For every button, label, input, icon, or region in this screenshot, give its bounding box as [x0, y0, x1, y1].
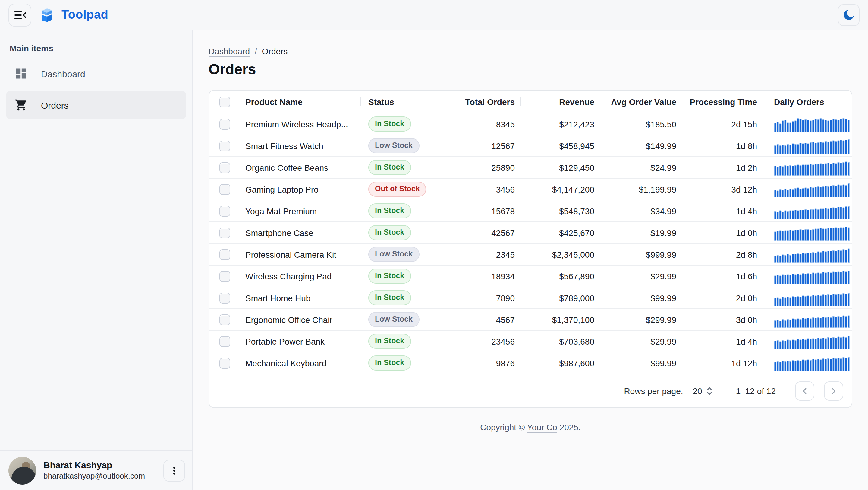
user-avatar[interactable]	[8, 457, 36, 484]
column-header-avg-order-value[interactable]: Avg Order Value	[600, 90, 682, 113]
product-name-cell: Ergonomic Office Chair	[241, 315, 361, 324]
processing-time-cell: 2d 15h	[682, 119, 763, 129]
daily-orders-sparkline	[774, 268, 850, 284]
daily-orders-cell	[763, 200, 852, 222]
copyright-suffix: 2025.	[557, 423, 581, 432]
row-checkbox[interactable]	[219, 314, 230, 325]
row-checkbox[interactable]	[219, 292, 230, 303]
daily-orders-sparkline	[774, 181, 850, 197]
column-header-product-name[interactable]: Product Name	[241, 90, 361, 113]
row-checkbox[interactable]	[219, 249, 230, 260]
company-link[interactable]: Your Co	[527, 423, 557, 432]
processing-time-cell: 1d 4h	[682, 206, 763, 216]
column-header-total-orders[interactable]: Total Orders	[445, 90, 521, 113]
product-name-cell: Professional Camera Kit	[241, 250, 361, 259]
dashboard-icon	[14, 67, 28, 80]
row-checkbox[interactable]	[219, 205, 230, 217]
sidebar-section-label: Main items	[10, 44, 183, 53]
revenue-cell: $789,000	[521, 293, 600, 302]
breadcrumb-current: Orders	[262, 47, 288, 56]
table-body: Premium Wireless Headp... In Stock 8345 …	[209, 113, 852, 374]
table-row[interactable]: Professional Camera Kit Low Stock 2345 $…	[209, 243, 852, 265]
user-menu-button[interactable]	[163, 460, 185, 481]
table-row[interactable]: Smartphone Case In Stock 42567 $425,670 …	[209, 222, 852, 243]
row-checkbox[interactable]	[219, 227, 230, 238]
avg-order-value-cell: $149.99	[600, 141, 682, 150]
theme-toggle-button[interactable]	[838, 4, 860, 26]
revenue-cell: $703,680	[521, 337, 600, 346]
daily-orders-sparkline	[774, 160, 850, 175]
avg-order-value-cell: $24.99	[600, 163, 682, 172]
table-row[interactable]: Premium Wireless Headp... In Stock 8345 …	[209, 113, 852, 135]
rows-per-page-label: Rows per page:	[624, 386, 683, 396]
revenue-cell: $212,423	[521, 119, 600, 129]
total-orders-cell: 18934	[445, 271, 521, 281]
select-all-checkbox[interactable]	[219, 96, 230, 107]
status-badge: In Stock	[368, 269, 411, 284]
processing-time-cell: 3d 12h	[682, 184, 763, 194]
rows-per-page-select[interactable]: 20	[693, 385, 714, 396]
avg-order-value-cell: $29.99	[600, 337, 682, 346]
table-row[interactable]: Mechanical Keyboard In Stock 9876 $987,6…	[209, 352, 852, 374]
avg-order-value-cell: $1,199.99	[600, 184, 682, 194]
sidebar-item-dashboard[interactable]: Dashboard	[6, 59, 186, 88]
revenue-cell: $987,600	[521, 358, 600, 368]
rows-per-page-value: 20	[693, 386, 702, 396]
total-orders-cell: 8345	[445, 119, 521, 129]
table-row[interactable]: Organic Coffee Beans In Stock 25890 $129…	[209, 156, 852, 178]
breadcrumb-separator: /	[255, 47, 257, 56]
next-page-button[interactable]	[824, 381, 843, 400]
table-row[interactable]: Smart Home Hub In Stock 7890 $789,000 $9…	[209, 287, 852, 308]
avg-order-value-cell: $19.99	[600, 228, 682, 237]
shopping-cart-icon	[14, 98, 28, 112]
table-row[interactable]: Portable Power Bank In Stock 23456 $703,…	[209, 330, 852, 352]
page-title: Orders	[209, 61, 852, 78]
table-row[interactable]: Gaming Laptop Pro Out of Stock 3456 $4,1…	[209, 178, 852, 200]
status-badge: In Stock	[368, 117, 411, 132]
previous-page-button[interactable]	[795, 381, 814, 400]
row-checkbox[interactable]	[219, 357, 230, 368]
daily-orders-sparkline	[774, 116, 850, 132]
topbar: Toolpad	[0, 0, 868, 30]
row-checkbox[interactable]	[219, 271, 230, 282]
breadcrumb: Dashboard / Orders	[209, 47, 852, 56]
table-pagination: Rows per page: 20 1–12 of 12	[209, 374, 852, 407]
revenue-cell: $548,730	[521, 206, 600, 216]
total-orders-cell: 12567	[445, 141, 521, 150]
column-header-processing-time[interactable]: Processing Time	[682, 90, 763, 113]
avg-order-value-cell: $99.99	[600, 358, 682, 368]
chevron-right-icon	[828, 385, 839, 396]
total-orders-cell: 15678	[445, 206, 521, 216]
copyright-footer: Copyright © Your Co 2025.	[209, 423, 852, 432]
column-header-revenue[interactable]: Revenue	[521, 90, 600, 113]
row-checkbox[interactable]	[219, 336, 230, 347]
daily-orders-sparkline	[774, 203, 850, 219]
status-badge: In Stock	[368, 291, 411, 305]
column-header-daily-orders[interactable]: Daily Orders	[763, 90, 852, 113]
column-header-status[interactable]: Status	[361, 90, 445, 113]
table-row[interactable]: Smart Fitness Watch Low Stock 12567 $458…	[209, 135, 852, 156]
daily-orders-cell	[763, 222, 852, 243]
product-name-cell: Smart Home Hub	[241, 293, 361, 302]
brand[interactable]: Toolpad	[38, 6, 108, 23]
row-checkbox[interactable]	[219, 162, 230, 173]
table-row[interactable]: Wireless Charging Pad In Stock 18934 $56…	[209, 265, 852, 287]
daily-orders-cell	[763, 135, 852, 156]
table-row[interactable]: Ergonomic Office Chair Low Stock 4567 $1…	[209, 308, 852, 330]
revenue-cell: $129,450	[521, 163, 600, 172]
breadcrumb-link-dashboard[interactable]: Dashboard	[209, 47, 250, 56]
row-checkbox[interactable]	[219, 184, 230, 195]
processing-time-cell: 1d 4h	[682, 337, 763, 346]
avg-order-value-cell: $29.99	[600, 271, 682, 281]
daily-orders-sparkline	[774, 290, 850, 306]
total-orders-cell: 7890	[445, 293, 521, 302]
table-row[interactable]: Yoga Mat Premium In Stock 15678 $548,730…	[209, 200, 852, 222]
processing-time-cell: 3d 0h	[682, 315, 763, 324]
status-badge: Low Stock	[368, 247, 419, 262]
row-checkbox[interactable]	[219, 119, 230, 129]
row-checkbox[interactable]	[219, 140, 230, 151]
processing-time-cell: 1d 2h	[682, 163, 763, 172]
collapse-sidebar-button[interactable]	[8, 3, 31, 26]
revenue-cell: $2,345,000	[521, 250, 600, 259]
sidebar-item-orders[interactable]: Orders	[6, 90, 186, 119]
